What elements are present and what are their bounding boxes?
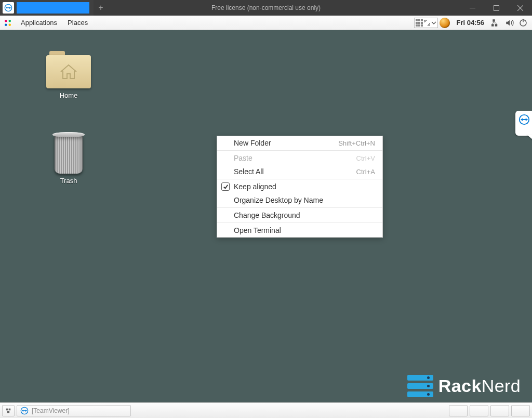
close-button[interactable] (508, 0, 532, 16)
brand-strong: Rack (438, 376, 482, 396)
teamviewer-titlebar: + Free license (non-commercial use only) (0, 0, 532, 16)
svg-point-4 (9, 20, 11, 22)
svg-rect-2 (494, 5, 499, 10)
teamviewer-side-panel-toggle[interactable] (515, 111, 532, 136)
menu-label: Change Background (234, 211, 300, 219)
separator (217, 207, 382, 208)
checkbox-checked-icon (221, 182, 230, 191)
task-label: [TeamViewer] (32, 407, 69, 414)
svg-rect-15 (7, 411, 9, 413)
svg-point-5 (5, 23, 7, 26)
ctx-select-all[interactable]: Select All Ctrl+A (217, 165, 382, 178)
taskbar-entry-teamviewer[interactable]: [TeamViewer] (17, 405, 131, 416)
workspace-2[interactable] (470, 405, 488, 416)
menu-shortcut: Shift+Ctrl+N (338, 139, 375, 147)
brand-light: Nerd (482, 376, 521, 396)
teamviewer-session-label (17, 2, 89, 14)
svg-rect-13 (6, 408, 8, 410)
new-tab-button[interactable]: + (94, 1, 108, 15)
maximize-button[interactable] (484, 0, 508, 16)
svg-point-3 (5, 20, 7, 22)
places-menu[interactable]: Places (62, 16, 93, 30)
racknerd-logo: RackNerd (407, 375, 521, 397)
desktop[interactable]: Home Trash New Folder Shift+Ctrl+N Paste… (0, 30, 532, 402)
menu-shortcut: Ctrl+A (356, 168, 375, 176)
teamviewer-tab-active[interactable] (0, 0, 94, 16)
workspace-3[interactable] (490, 405, 509, 416)
ctx-new-folder[interactable]: New Folder Shift+Ctrl+N (217, 136, 382, 150)
show-desktop-button[interactable] (2, 405, 15, 416)
svg-rect-1 (470, 8, 475, 8)
trash-icon (50, 132, 87, 174)
teamviewer-icon (3, 2, 14, 14)
menu-label: Keep aligned (234, 182, 276, 191)
folder-icon (46, 51, 91, 88)
svg-point-6 (9, 23, 11, 26)
workspace-1[interactable] (449, 405, 468, 416)
clock[interactable]: Fri 04:56 (453, 19, 488, 27)
svg-rect-14 (9, 408, 11, 410)
ctx-open-terminal[interactable]: Open Terminal (217, 224, 382, 237)
volume-icon[interactable] (504, 17, 515, 29)
gnome-top-panel: Applications Places Fri 04:56 (0, 16, 532, 30)
teamviewer-icon (20, 407, 29, 415)
window-title: Free license (non-commercial use only) (211, 4, 321, 11)
ctx-organize-by-name[interactable]: Organize Desktop by Name (217, 193, 382, 207)
expand-icon (424, 20, 430, 26)
desktop-icon-trash[interactable]: Trash (37, 132, 100, 185)
power-icon[interactable] (517, 17, 529, 29)
svg-rect-8 (491, 24, 494, 27)
racknerd-mark-icon (407, 375, 433, 397)
menu-label: New Folder (234, 139, 271, 147)
show-desktop-icon (6, 407, 11, 414)
bottom-taskbar: [TeamViewer] (0, 402, 532, 418)
teamviewer-icon (518, 114, 530, 125)
menu-label: Open Terminal (234, 226, 281, 234)
icon-label: Home (37, 92, 100, 99)
desktop-icon-home[interactable]: Home (37, 51, 100, 99)
ctx-change-background[interactable]: Change Background (217, 208, 382, 222)
icon-label: Trash (37, 177, 100, 185)
applications-menu[interactable]: Applications (16, 16, 62, 30)
menu-label: Select All (234, 167, 264, 176)
activities-icon (3, 18, 12, 28)
menu-label: Organize Desktop by Name (234, 196, 323, 204)
ctx-keep-aligned[interactable]: Keep aligned (217, 180, 382, 193)
desktop-context-menu: New Folder Shift+Ctrl+N Paste Ctrl+V Sel… (217, 136, 383, 238)
network-icon[interactable] (490, 17, 502, 29)
separator (217, 179, 382, 179)
window-tiler-applet[interactable] (414, 18, 438, 28)
menu-shortcut: Ctrl+V (356, 154, 375, 162)
ctx-paste: Paste Ctrl+V (217, 151, 382, 165)
svg-rect-11 (523, 19, 524, 22)
workspace-4[interactable] (511, 405, 530, 416)
separator (217, 223, 382, 223)
svg-rect-7 (493, 19, 495, 22)
minimize-button[interactable] (460, 0, 484, 16)
chevron-down-icon (431, 20, 436, 25)
svg-rect-9 (495, 24, 498, 27)
update-indicator-icon[interactable] (439, 17, 450, 29)
menu-label: Paste (234, 154, 252, 162)
separator (217, 150, 382, 151)
